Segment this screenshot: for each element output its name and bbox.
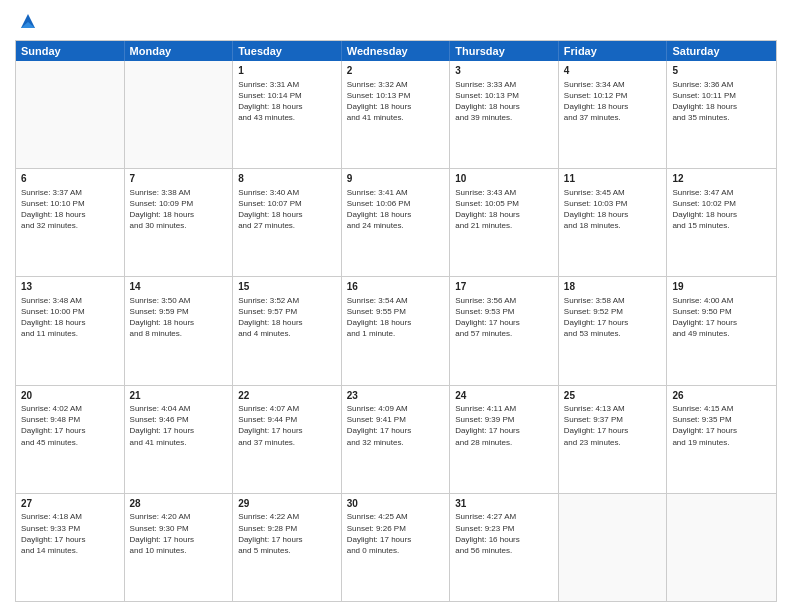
day-info: Sunrise: 3:56 AM Sunset: 9:53 PM Dayligh… <box>455 295 553 340</box>
day-info: Sunrise: 4:27 AM Sunset: 9:23 PM Dayligh… <box>455 511 553 556</box>
calendar-cell: 30Sunrise: 4:25 AM Sunset: 9:26 PM Dayli… <box>342 494 451 601</box>
day-number: 13 <box>21 280 119 294</box>
calendar-cell <box>125 61 234 168</box>
day-info: Sunrise: 3:52 AM Sunset: 9:57 PM Dayligh… <box>238 295 336 340</box>
calendar-cell: 18Sunrise: 3:58 AM Sunset: 9:52 PM Dayli… <box>559 277 668 384</box>
day-number: 29 <box>238 497 336 511</box>
calendar: SundayMondayTuesdayWednesdayThursdayFrid… <box>15 40 777 602</box>
day-info: Sunrise: 3:43 AM Sunset: 10:05 PM Daylig… <box>455 187 553 232</box>
calendar-row-0: 1Sunrise: 3:31 AM Sunset: 10:14 PM Dayli… <box>16 61 776 168</box>
cal-header-friday: Friday <box>559 41 668 61</box>
calendar-body: 1Sunrise: 3:31 AM Sunset: 10:14 PM Dayli… <box>16 61 776 601</box>
logo-icon <box>17 10 39 32</box>
day-info: Sunrise: 4:15 AM Sunset: 9:35 PM Dayligh… <box>672 403 771 448</box>
day-number: 14 <box>130 280 228 294</box>
calendar-cell: 12Sunrise: 3:47 AM Sunset: 10:02 PM Dayl… <box>667 169 776 276</box>
day-info: Sunrise: 3:47 AM Sunset: 10:02 PM Daylig… <box>672 187 771 232</box>
calendar-cell: 28Sunrise: 4:20 AM Sunset: 9:30 PM Dayli… <box>125 494 234 601</box>
day-number: 9 <box>347 172 445 186</box>
cal-header-sunday: Sunday <box>16 41 125 61</box>
day-info: Sunrise: 3:37 AM Sunset: 10:10 PM Daylig… <box>21 187 119 232</box>
calendar-cell <box>559 494 668 601</box>
day-number: 1 <box>238 64 336 78</box>
day-info: Sunrise: 3:58 AM Sunset: 9:52 PM Dayligh… <box>564 295 662 340</box>
cal-header-wednesday: Wednesday <box>342 41 451 61</box>
day-number: 28 <box>130 497 228 511</box>
day-info: Sunrise: 4:20 AM Sunset: 9:30 PM Dayligh… <box>130 511 228 556</box>
calendar-cell: 17Sunrise: 3:56 AM Sunset: 9:53 PM Dayli… <box>450 277 559 384</box>
day-info: Sunrise: 3:54 AM Sunset: 9:55 PM Dayligh… <box>347 295 445 340</box>
day-number: 25 <box>564 389 662 403</box>
calendar-row-4: 27Sunrise: 4:18 AM Sunset: 9:33 PM Dayli… <box>16 493 776 601</box>
calendar-cell: 3Sunrise: 3:33 AM Sunset: 10:13 PM Dayli… <box>450 61 559 168</box>
calendar-cell: 22Sunrise: 4:07 AM Sunset: 9:44 PM Dayli… <box>233 386 342 493</box>
day-info: Sunrise: 3:33 AM Sunset: 10:13 PM Daylig… <box>455 79 553 124</box>
header <box>15 10 777 32</box>
day-info: Sunrise: 3:31 AM Sunset: 10:14 PM Daylig… <box>238 79 336 124</box>
day-number: 31 <box>455 497 553 511</box>
day-info: Sunrise: 4:18 AM Sunset: 9:33 PM Dayligh… <box>21 511 119 556</box>
day-number: 15 <box>238 280 336 294</box>
day-number: 23 <box>347 389 445 403</box>
calendar-cell: 24Sunrise: 4:11 AM Sunset: 9:39 PM Dayli… <box>450 386 559 493</box>
day-number: 21 <box>130 389 228 403</box>
calendar-cell: 10Sunrise: 3:43 AM Sunset: 10:05 PM Dayl… <box>450 169 559 276</box>
day-number: 16 <box>347 280 445 294</box>
day-info: Sunrise: 3:48 AM Sunset: 10:00 PM Daylig… <box>21 295 119 340</box>
cal-header-monday: Monday <box>125 41 234 61</box>
calendar-cell: 13Sunrise: 3:48 AM Sunset: 10:00 PM Dayl… <box>16 277 125 384</box>
day-number: 3 <box>455 64 553 78</box>
calendar-cell: 11Sunrise: 3:45 AM Sunset: 10:03 PM Dayl… <box>559 169 668 276</box>
calendar-cell: 21Sunrise: 4:04 AM Sunset: 9:46 PM Dayli… <box>125 386 234 493</box>
calendar-cell: 8Sunrise: 3:40 AM Sunset: 10:07 PM Dayli… <box>233 169 342 276</box>
day-info: Sunrise: 4:13 AM Sunset: 9:37 PM Dayligh… <box>564 403 662 448</box>
day-number: 6 <box>21 172 119 186</box>
day-number: 17 <box>455 280 553 294</box>
day-number: 30 <box>347 497 445 511</box>
calendar-cell: 27Sunrise: 4:18 AM Sunset: 9:33 PM Dayli… <box>16 494 125 601</box>
day-info: Sunrise: 3:38 AM Sunset: 10:09 PM Daylig… <box>130 187 228 232</box>
calendar-row-1: 6Sunrise: 3:37 AM Sunset: 10:10 PM Dayli… <box>16 168 776 276</box>
calendar-cell: 5Sunrise: 3:36 AM Sunset: 10:11 PM Dayli… <box>667 61 776 168</box>
cal-header-tuesday: Tuesday <box>233 41 342 61</box>
calendar-cell: 29Sunrise: 4:22 AM Sunset: 9:28 PM Dayli… <box>233 494 342 601</box>
calendar-cell: 4Sunrise: 3:34 AM Sunset: 10:12 PM Dayli… <box>559 61 668 168</box>
calendar-cell: 2Sunrise: 3:32 AM Sunset: 10:13 PM Dayli… <box>342 61 451 168</box>
calendar-cell <box>16 61 125 168</box>
day-number: 20 <box>21 389 119 403</box>
calendar-cell <box>667 494 776 601</box>
day-info: Sunrise: 4:22 AM Sunset: 9:28 PM Dayligh… <box>238 511 336 556</box>
day-number: 11 <box>564 172 662 186</box>
day-info: Sunrise: 3:50 AM Sunset: 9:59 PM Dayligh… <box>130 295 228 340</box>
day-number: 2 <box>347 64 445 78</box>
day-info: Sunrise: 3:41 AM Sunset: 10:06 PM Daylig… <box>347 187 445 232</box>
calendar-cell: 15Sunrise: 3:52 AM Sunset: 9:57 PM Dayli… <box>233 277 342 384</box>
cal-header-thursday: Thursday <box>450 41 559 61</box>
day-number: 4 <box>564 64 662 78</box>
calendar-cell: 25Sunrise: 4:13 AM Sunset: 9:37 PM Dayli… <box>559 386 668 493</box>
day-number: 10 <box>455 172 553 186</box>
calendar-cell: 23Sunrise: 4:09 AM Sunset: 9:41 PM Dayli… <box>342 386 451 493</box>
calendar-cell: 26Sunrise: 4:15 AM Sunset: 9:35 PM Dayli… <box>667 386 776 493</box>
day-info: Sunrise: 4:04 AM Sunset: 9:46 PM Dayligh… <box>130 403 228 448</box>
day-number: 24 <box>455 389 553 403</box>
calendar-cell: 14Sunrise: 3:50 AM Sunset: 9:59 PM Dayli… <box>125 277 234 384</box>
day-number: 27 <box>21 497 119 511</box>
day-info: Sunrise: 3:34 AM Sunset: 10:12 PM Daylig… <box>564 79 662 124</box>
day-info: Sunrise: 3:40 AM Sunset: 10:07 PM Daylig… <box>238 187 336 232</box>
calendar-cell: 19Sunrise: 4:00 AM Sunset: 9:50 PM Dayli… <box>667 277 776 384</box>
calendar-row-2: 13Sunrise: 3:48 AM Sunset: 10:00 PM Dayl… <box>16 276 776 384</box>
calendar-row-3: 20Sunrise: 4:02 AM Sunset: 9:48 PM Dayli… <box>16 385 776 493</box>
day-number: 5 <box>672 64 771 78</box>
day-number: 7 <box>130 172 228 186</box>
page: SundayMondayTuesdayWednesdayThursdayFrid… <box>0 0 792 612</box>
day-info: Sunrise: 4:11 AM Sunset: 9:39 PM Dayligh… <box>455 403 553 448</box>
logo <box>15 10 39 32</box>
day-info: Sunrise: 4:07 AM Sunset: 9:44 PM Dayligh… <box>238 403 336 448</box>
day-info: Sunrise: 3:32 AM Sunset: 10:13 PM Daylig… <box>347 79 445 124</box>
day-info: Sunrise: 4:00 AM Sunset: 9:50 PM Dayligh… <box>672 295 771 340</box>
day-info: Sunrise: 3:45 AM Sunset: 10:03 PM Daylig… <box>564 187 662 232</box>
calendar-cell: 7Sunrise: 3:38 AM Sunset: 10:09 PM Dayli… <box>125 169 234 276</box>
day-number: 8 <box>238 172 336 186</box>
day-info: Sunrise: 4:09 AM Sunset: 9:41 PM Dayligh… <box>347 403 445 448</box>
